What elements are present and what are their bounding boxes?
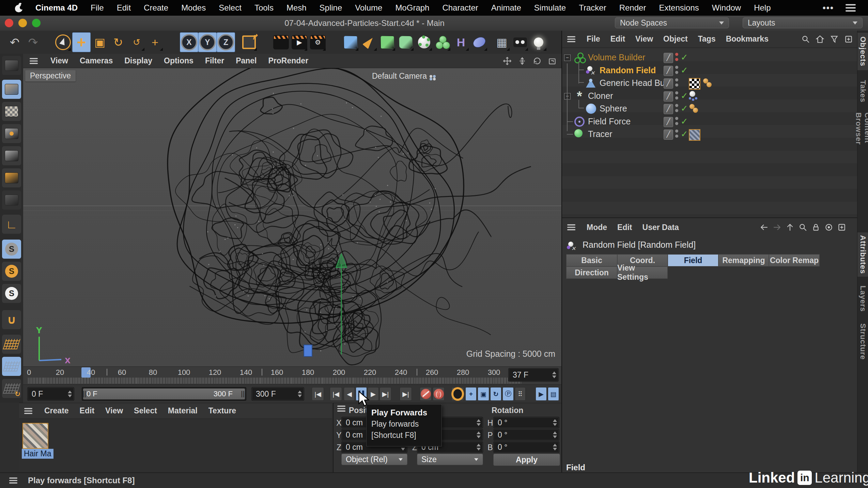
object-row-generic-head-bust[interactable]: Generic Head Bust╱ [562, 77, 858, 89]
forward-icon[interactable] [771, 222, 783, 233]
undo-button[interactable]: ↶ [5, 32, 24, 52]
maximize-view-icon[interactable] [546, 56, 558, 66]
lock-z-axis-button[interactable]: Z [217, 32, 235, 52]
enabled-check-icon[interactable]: ✓ [681, 91, 688, 101]
editor-visibility-dot[interactable] [675, 91, 678, 94]
object-panel-menu-icon[interactable] [567, 39, 575, 40]
filter-icon[interactable] [828, 33, 840, 45]
visibility-editor-toggle[interactable]: ╱ [664, 53, 673, 63]
visibility-editor-toggle[interactable]: ╱ [664, 104, 673, 114]
snap-settings-button[interactable]: S [2, 284, 21, 303]
record-scale-button[interactable]: ▣ [478, 387, 489, 401]
mograph-cache-tag[interactable] [689, 91, 699, 101]
panel-tab-objects[interactable]: Objects [857, 33, 868, 70]
next-key-button[interactable]: ▶| [379, 387, 391, 401]
object-row-sphere[interactable]: Sphere╱✓ [562, 102, 858, 115]
add-tool[interactable]: + [146, 32, 164, 52]
editor-visibility-dot[interactable] [675, 104, 678, 107]
add-panel-icon[interactable] [843, 33, 854, 45]
home-icon[interactable] [814, 33, 826, 45]
lock-icon[interactable] [810, 222, 822, 233]
last-used-tool[interactable]: ↺ [127, 32, 146, 52]
close-window-button[interactable] [5, 19, 13, 27]
focus-icon[interactable] [823, 222, 835, 233]
snap-mode-button[interactable]: S [2, 262, 21, 281]
menubar-item-cinema-4d[interactable]: Cinema 4D [35, 3, 78, 13]
goto-start-button[interactable]: |◀ [312, 387, 324, 401]
timeline-ruler[interactable]: 37 F 02040608010012014016018020022024026… [23, 366, 561, 385]
make-editable-tool[interactable] [2, 56, 21, 75]
up-icon[interactable] [784, 222, 796, 233]
menubar-item-character[interactable]: Character [442, 3, 478, 13]
hatch-tag[interactable] [689, 129, 700, 141]
panel-tab-layers[interactable]: Layers [857, 284, 868, 313]
enabled-check-icon[interactable]: ✓ [681, 103, 688, 114]
dolly-view-icon[interactable] [516, 56, 528, 66]
node-spaces-dropdown[interactable]: Node Spaces [615, 17, 729, 28]
object-row-tracer[interactable]: Tracer╱✓ [562, 128, 858, 140]
menubar-item-modes[interactable]: Modes [181, 3, 206, 13]
keyframe-selection-button[interactable]: ( ) [433, 387, 445, 401]
add-panel-icon[interactable] [836, 222, 848, 233]
preview-range-slider[interactable]: 0 F 300 F |||| [82, 387, 246, 401]
rotation-h-field[interactable]: 0 ° [493, 417, 559, 428]
attribute-menu-mode[interactable]: Mode [587, 223, 607, 232]
material-menu-texture[interactable]: Texture [208, 406, 236, 415]
material-menu-material[interactable]: Material [168, 406, 198, 415]
editor-visibility-dot[interactable] [675, 78, 678, 81]
planar-workplane-button[interactable]: ↻ [2, 379, 21, 398]
workplane-mode-button[interactable] [2, 124, 21, 143]
render-visibility-dot[interactable] [675, 135, 678, 138]
coordinate-system-button[interactable]: ↱ [240, 32, 258, 52]
menubar-item-render[interactable]: Render [619, 3, 646, 13]
menubar-item-mesh[interactable]: Mesh [286, 3, 307, 13]
perspective-viewport[interactable]: YX Perspective Default Camera Grid Spaci… [23, 68, 561, 366]
tab-basic[interactable]: Basic [566, 254, 617, 266]
object-row-volume-builder[interactable]: −Volume Builder╱✓ [562, 51, 858, 64]
scale-tool[interactable]: ▣ [91, 32, 109, 52]
menubar-item-animate[interactable]: Animate [491, 3, 521, 13]
menubar-item-create[interactable]: Create [144, 3, 168, 13]
locked-workplane-button[interactable] [2, 357, 21, 376]
object-menu-file[interactable]: File [587, 34, 600, 44]
live-selection-tool[interactable] [54, 32, 72, 52]
viewport-view-label[interactable]: Perspective [25, 70, 76, 81]
tab-color-remap[interactable]: Color Remap [769, 254, 820, 266]
record-keyframe-button[interactable] [420, 387, 432, 401]
render-visibility-dot[interactable] [675, 58, 678, 61]
viewport-camera-label[interactable]: Default Camera [372, 72, 432, 81]
pen-spline-tool[interactable] [360, 32, 378, 52]
coordinate-mode-dropdown[interactable]: Object (Rel) [341, 454, 407, 465]
material-thumbnail[interactable] [22, 423, 48, 449]
render-visibility-dot[interactable] [675, 71, 678, 74]
search-icon[interactable] [800, 33, 811, 45]
goto-previous-key-button[interactable]: |◀ [330, 387, 342, 401]
points-mode-button[interactable] [2, 168, 21, 187]
rotate-tool[interactable]: ↻ [109, 32, 127, 52]
mograph-cloner-tool[interactable] [433, 32, 452, 52]
menubar-item-tracker[interactable]: Tracker [579, 3, 606, 13]
render-visibility-dot[interactable] [675, 109, 678, 112]
rotation-b-field[interactable]: 0 ° [493, 441, 559, 453]
range-start-field[interactable]: 0 F [27, 387, 74, 401]
size-mode-dropdown[interactable]: Size [417, 454, 483, 465]
metaball-tool[interactable] [470, 32, 489, 52]
record-parameter-button[interactable]: Ⓟ [502, 387, 514, 401]
enabled-check-icon[interactable]: ✓ [681, 116, 688, 127]
viewport-panel-menu-icon[interactable] [30, 60, 38, 61]
viewport-menu-panel[interactable]: Panel [236, 56, 257, 65]
enabled-check-icon[interactable]: ✓ [681, 129, 688, 139]
subdivision-surface-tool[interactable] [378, 32, 397, 52]
viewport-menu-prorender[interactable]: ProRender [268, 56, 309, 65]
viewport-menu-view[interactable]: View [50, 56, 68, 65]
attribute-menu-user-data[interactable]: User Data [642, 223, 679, 232]
pan-view-icon[interactable] [501, 56, 513, 66]
material-menu-edit[interactable]: Edit [80, 406, 94, 415]
material-menu-select[interactable]: Select [134, 406, 157, 415]
apple-menu-icon[interactable] [15, 3, 22, 12]
object-menu-view[interactable]: View [635, 34, 653, 44]
menubar-item-extensions[interactable]: Extensions [659, 3, 699, 13]
deformer-tool[interactable] [397, 32, 415, 52]
attribute-panel-menu-icon[interactable] [567, 227, 575, 228]
visibility-editor-toggle[interactable]: ╱ [664, 91, 673, 102]
